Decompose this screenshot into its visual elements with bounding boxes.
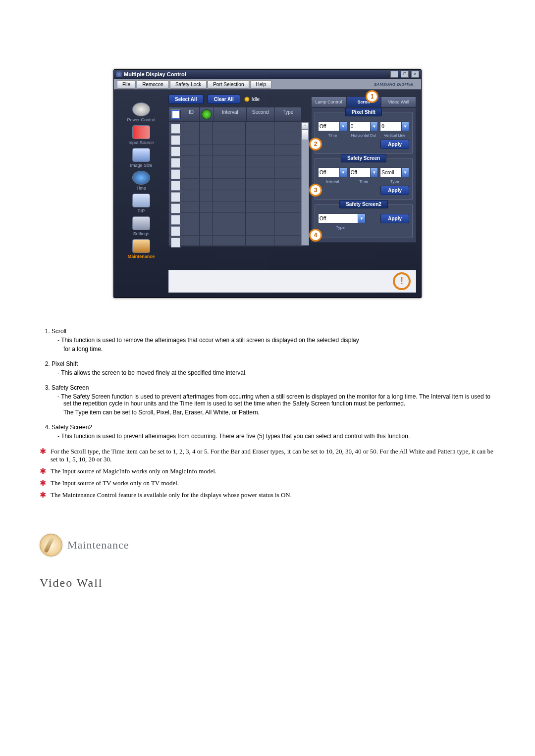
sidebar-item-image-size[interactable]: Image Size [121, 148, 161, 168]
row-checkbox[interactable] [171, 215, 181, 225]
doc-line: The Safety Screen function is used to pr… [52, 393, 495, 407]
group-safety-screen2: Safety Screen2 Off▼ Apply Type 4 [315, 204, 413, 238]
subheading-video-wall: Video Wall [40, 576, 495, 590]
source-icon [132, 125, 150, 139]
row-checkbox[interactable] [171, 135, 181, 145]
section-title: Maintenance [67, 539, 129, 552]
time-icon [132, 171, 150, 185]
group-safety-screen: Safety Screen Off▼ Off▼ Scroll▼ Interval… [315, 158, 413, 200]
row-checkbox[interactable] [171, 203, 181, 213]
menubar: File Remocon Safety Lock Port Selection … [114, 79, 421, 90]
sidebar-item-maintenance[interactable]: Maintenance [121, 239, 161, 259]
safety-screen-type-select[interactable]: Scroll▼ [380, 167, 409, 177]
table-row[interactable] [169, 156, 302, 167]
app-window: Multiple Display Control _ □ × File Remo… [113, 69, 422, 298]
col-interval: Interval [214, 107, 246, 121]
select-all-button[interactable]: Select All [168, 95, 204, 104]
menu-port-selection[interactable]: Port Selection [208, 80, 249, 89]
image-size-icon [132, 148, 150, 162]
doc-line: The Type item can be set to Scroll, Pixe… [52, 409, 495, 416]
chevron-down-icon: ▼ [370, 122, 377, 131]
menu-remocon[interactable]: Remocon [137, 80, 169, 89]
pixel-shift-vline-select[interactable]: 0▼ [380, 121, 409, 131]
row-checkbox[interactable] [171, 238, 181, 248]
col-second: Second [247, 107, 275, 121]
safety-screen2-apply-button[interactable]: Apply [380, 214, 409, 223]
sidebar-item-pip[interactable]: PIP [121, 194, 161, 213]
safety-screen-time-select[interactable]: Off▼ [349, 167, 378, 177]
idle-dot-icon [244, 97, 250, 102]
close-button[interactable]: × [411, 71, 419, 78]
table-row[interactable] [169, 236, 302, 247]
note-line: The Input source of TV works only on TV … [40, 479, 495, 487]
tab-video-wall[interactable]: Video Wall [381, 97, 416, 107]
power-icon [132, 102, 150, 116]
chevron-down-icon: ▼ [401, 122, 409, 131]
safety-screen2-legend: Safety Screen2 [339, 200, 388, 208]
chevron-down-icon: ▼ [370, 168, 377, 177]
safety-screen-interval-select[interactable]: Off▼ [318, 167, 347, 177]
tab-lamp-control[interactable]: Lamp Control [311, 97, 346, 107]
right-tabs: Lamp Control Scroll 1 Video Wall [311, 97, 416, 107]
menu-help[interactable]: Help [250, 80, 271, 89]
grid-scrollbar[interactable]: ▲ [301, 122, 309, 246]
chevron-down-icon: ▼ [401, 168, 409, 177]
header-checkbox[interactable] [171, 109, 181, 119]
table-row[interactable] [169, 224, 302, 236]
table-row[interactable] [169, 202, 302, 213]
table-row[interactable] [169, 213, 302, 224]
clear-all-button[interactable]: Clear All [208, 95, 240, 104]
badge-2: 2 [309, 138, 322, 151]
status-header-icon [202, 109, 212, 119]
chevron-down-icon: ▼ [339, 168, 347, 177]
warning-icon: ! [393, 272, 411, 290]
settings-icon [132, 216, 150, 230]
maintenance-icon [132, 239, 150, 253]
table-row[interactable] [169, 190, 302, 202]
brand-label: SAMSUNG DIGITall [369, 81, 418, 88]
status-footer: ! [168, 270, 416, 293]
maximize-button[interactable]: □ [401, 71, 409, 78]
scroll-thumb[interactable] [302, 129, 309, 140]
row-checkbox[interactable] [171, 181, 181, 191]
row-checkbox[interactable] [171, 226, 181, 236]
row-checkbox[interactable] [171, 169, 181, 179]
tab-scroll[interactable]: Scroll 1 [346, 97, 381, 107]
grid-body: ▲ [168, 122, 302, 246]
sidebar: Power Control Input Source Image Size Ti… [119, 95, 163, 259]
table-row[interactable] [169, 122, 302, 133]
table-row[interactable] [169, 179, 302, 190]
pixel-shift-time-select[interactable]: Off▼ [318, 121, 347, 131]
app-icon [116, 71, 122, 77]
group-pixel-shift: Pixel Shift Off▼ 0▼ 0▼ Time Horizontal D… [315, 112, 413, 154]
doc-line: This function is used to prevent afterim… [52, 433, 495, 440]
sidebar-item-power-control[interactable]: Power Control [121, 102, 161, 122]
row-checkbox[interactable] [171, 124, 181, 134]
doc-line: This function is used to remove the afte… [52, 337, 495, 344]
pixel-shift-apply-button[interactable]: Apply [380, 140, 409, 149]
safety-screen-apply-button[interactable]: Apply [380, 186, 409, 195]
brush-icon [40, 534, 62, 556]
doc-item: Safety Screen2This function is used to p… [52, 424, 495, 440]
row-checkbox[interactable] [171, 192, 181, 202]
table-row[interactable] [169, 145, 302, 156]
sidebar-item-time[interactable]: Time [121, 171, 161, 191]
grid-header: ID Interval Second Type [168, 107, 302, 122]
table-row[interactable] [169, 133, 302, 145]
row-checkbox[interactable] [171, 147, 181, 156]
sidebar-item-input-source[interactable]: Input Source [121, 125, 161, 145]
menu-safety-lock[interactable]: Safety Lock [170, 80, 207, 89]
titlebar: Multiple Display Control _ □ × [114, 70, 421, 79]
menu-file[interactable]: File [117, 80, 136, 89]
pixel-shift-legend: Pixel Shift [345, 108, 382, 116]
window-title: Multiple Display Control [124, 71, 389, 77]
col-id: ID [183, 107, 200, 121]
pixel-shift-hdot-select[interactable]: 0▼ [349, 121, 378, 131]
table-row[interactable] [169, 167, 302, 179]
minimize-button[interactable]: _ [390, 71, 398, 78]
scroll-up-icon[interactable]: ▲ [302, 122, 309, 129]
safety-screen2-type-select[interactable]: Off▼ [318, 213, 366, 223]
sidebar-item-settings[interactable]: Settings [121, 216, 161, 236]
badge-1: 1 [366, 90, 378, 103]
row-checkbox[interactable] [171, 158, 181, 168]
